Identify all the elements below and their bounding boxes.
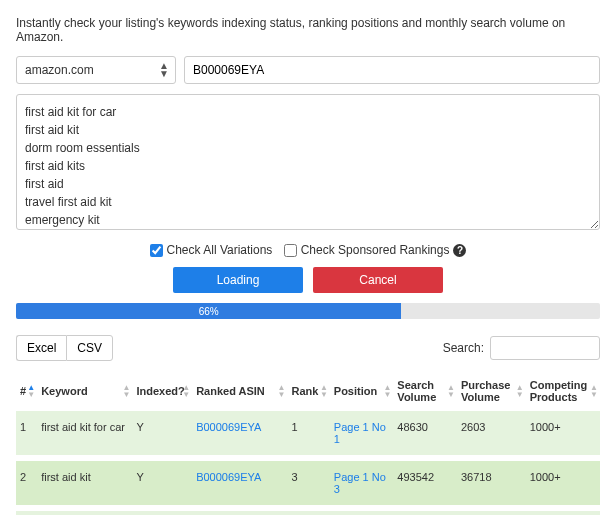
table-cell: 3155 [457, 511, 526, 515]
export-excel-button[interactable]: Excel [16, 335, 66, 361]
table-cell: first aid kits [37, 511, 132, 515]
table-cell[interactable]: B000069EYA [192, 461, 287, 505]
col-header-search-volume[interactable]: Search Volume▲▼ [393, 371, 457, 411]
check-all-variations-checkbox[interactable] [150, 244, 163, 257]
table-cell[interactable]: Page 1 No 3 [330, 461, 394, 505]
table-cell: first aid kit for car [37, 411, 132, 455]
check-sponsored-label: Check Sponsored Rankings [301, 243, 450, 257]
table-cell: 1000+ [526, 411, 600, 455]
progress-bar: 66% [16, 303, 401, 319]
table-cell: 3 [287, 461, 329, 505]
col-header-position[interactable]: Position▲▼ [330, 371, 394, 411]
table-cell: 31751 [393, 511, 457, 515]
table-cell: 2603 [457, 411, 526, 455]
table-cell: Y [133, 411, 193, 455]
check-all-variations-label: Check All Variations [167, 243, 273, 257]
results-table: #▲▼ Keyword▲▼ Indexed?▲▼ Ranked ASIN▲▼ R… [16, 371, 600, 515]
col-header-index[interactable]: #▲▼ [16, 371, 37, 411]
cancel-button[interactable]: Cancel [313, 267, 443, 293]
col-header-purchase-volume[interactable]: Purchase Volume▲▼ [457, 371, 526, 411]
table-row: 2first aid kitYB000069EYA3Page 1 No 3493… [16, 461, 600, 505]
export-button-group: Excel CSV [16, 335, 113, 361]
keywords-textarea[interactable]: first aid kit for car first aid kit dorm… [16, 94, 600, 230]
sort-icon: ▲▼ [516, 384, 524, 398]
table-cell: 2 [16, 461, 37, 505]
table-cell: 493542 [393, 461, 457, 505]
search-label: Search: [443, 341, 484, 355]
table-cell: 2 [287, 511, 329, 515]
col-header-competing[interactable]: Competing Products▲▼ [526, 371, 600, 411]
help-icon[interactable]: ? [453, 244, 466, 257]
table-cell[interactable]: B000069EYA [192, 511, 287, 515]
search-input[interactable] [490, 336, 600, 360]
col-header-ranked-asin[interactable]: Ranked ASIN▲▼ [192, 371, 287, 411]
table-cell: 48630 [393, 411, 457, 455]
col-header-keyword[interactable]: Keyword▲▼ [37, 371, 132, 411]
table-cell: 1000+ [526, 461, 600, 505]
marketplace-select[interactable]: amazon.com ▲▼ [16, 56, 176, 84]
progress-track: 66% [16, 303, 600, 319]
sort-icon: ▲▼ [123, 384, 131, 398]
table-cell[interactable]: Page 1 No 1 [330, 411, 394, 455]
table-cell: 36718 [457, 461, 526, 505]
sort-icon: ▲▼ [590, 384, 598, 398]
col-header-rank[interactable]: Rank▲▼ [287, 371, 329, 411]
sort-icon: ▲▼ [320, 384, 328, 398]
table-cell[interactable]: Page 1 [330, 511, 394, 515]
table-cell: 1 [16, 411, 37, 455]
sort-icon: ▲▼ [27, 384, 35, 398]
col-header-indexed[interactable]: Indexed?▲▼ [133, 371, 193, 411]
loading-button[interactable]: Loading [173, 267, 303, 293]
sort-icon: ▲▼ [447, 384, 455, 398]
table-cell: Y [133, 461, 193, 505]
table-cell: 1000+ [526, 511, 600, 515]
page-instructions: Instantly check your listing's keywords … [16, 16, 600, 44]
table-cell[interactable]: B000069EYA [192, 411, 287, 455]
table-row: 1first aid kit for carYB000069EYA1Page 1… [16, 411, 600, 455]
marketplace-value: amazon.com [25, 63, 94, 77]
chevron-updown-icon: ▲▼ [159, 62, 169, 78]
table-cell: 4 [16, 511, 37, 515]
export-csv-button[interactable]: CSV [66, 335, 113, 361]
table-cell: first aid kit [37, 461, 132, 505]
table-row: 4first aid kitsYB000069EYA2Page 13175131… [16, 511, 600, 515]
sort-icon: ▲▼ [278, 384, 286, 398]
table-cell: 1 [287, 411, 329, 455]
asin-input[interactable] [184, 56, 600, 84]
check-sponsored-checkbox[interactable] [284, 244, 297, 257]
sort-icon: ▲▼ [182, 384, 190, 398]
sort-icon: ▲▼ [383, 384, 391, 398]
table-cell: Y [133, 511, 193, 515]
